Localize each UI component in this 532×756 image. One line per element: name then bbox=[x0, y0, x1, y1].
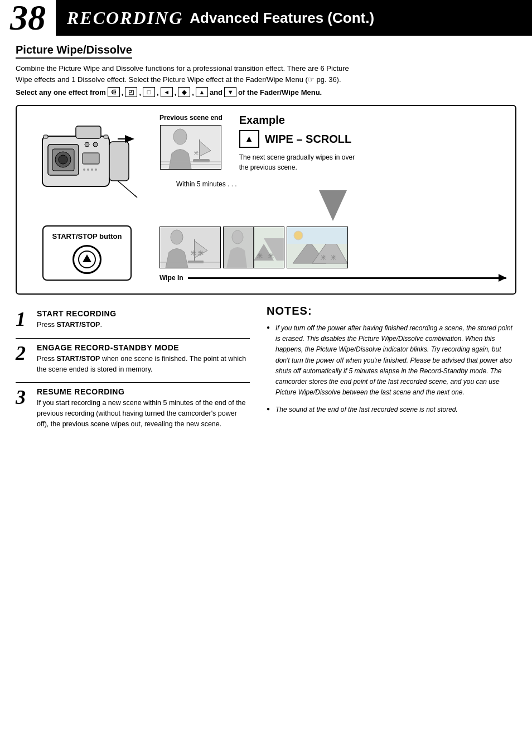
notes-right: NOTES: If you turn off the power after h… bbox=[267, 305, 516, 437]
start-stop-button-box: START/STOP button bbox=[42, 225, 132, 281]
wipe-icon-4: ◄ bbox=[161, 87, 173, 97]
wipe-sequence: 米 米 bbox=[159, 227, 506, 282]
svg-point-50 bbox=[294, 231, 303, 240]
header-subtitle-text: Advanced Features (Cont.) bbox=[190, 9, 374, 27]
comma-1: , bbox=[122, 88, 124, 97]
svg-rect-18 bbox=[43, 135, 48, 138]
svg-rect-19 bbox=[104, 135, 108, 138]
icon-1: ⋳ bbox=[108, 87, 120, 97]
step-1-number: 1 bbox=[16, 309, 32, 330]
notes-list: If you turn off the power after having f… bbox=[267, 323, 516, 416]
intro-line2: Wipe effects and 1 Dissolve effect. Sele… bbox=[16, 75, 341, 84]
svg-text:米: 米 bbox=[191, 250, 196, 256]
effect-name: WIPE – SCROLL bbox=[265, 133, 352, 146]
wipe-icon-6: ▲ bbox=[196, 87, 208, 97]
svg-rect-5 bbox=[76, 126, 101, 138]
wipe-icon-5: ◆ bbox=[178, 87, 190, 97]
svg-rect-20 bbox=[161, 126, 221, 169]
step-2-body: Press START/STOP when one scene is finis… bbox=[37, 354, 250, 375]
button-arrow-up-icon bbox=[83, 254, 91, 262]
step-2: 2 ENGAGE RECORD-STANDBY MODE Press START… bbox=[16, 338, 250, 375]
svg-point-12 bbox=[91, 168, 93, 171]
step-2-content: ENGAGE RECORD-STANDBY MODE Press START/S… bbox=[37, 343, 250, 375]
svg-point-39 bbox=[232, 230, 243, 244]
step-2-number: 2 bbox=[16, 343, 32, 375]
svg-point-10 bbox=[83, 168, 85, 171]
page-body: Picture Wipe/Dissolve Combine the Pictur… bbox=[0, 36, 532, 449]
step-1: 1 START RECORDING Press START/STOP. bbox=[16, 305, 250, 330]
start-stop-button-circle bbox=[72, 245, 101, 274]
svg-text:米: 米 bbox=[257, 253, 263, 259]
and-text: and bbox=[210, 88, 223, 97]
steps-notes-section: 1 START RECORDING Press START/STOP. 2 EN… bbox=[16, 305, 516, 437]
effect-row: ▲ WIPE – SCROLL bbox=[239, 130, 506, 148]
comma-2: , bbox=[139, 88, 141, 97]
example-label: Example bbox=[239, 114, 506, 127]
svg-point-8 bbox=[93, 142, 98, 147]
svg-text:米: 米 bbox=[194, 151, 199, 156]
diagram-right-panel: Previous scene end bbox=[159, 114, 506, 286]
wipe-icon-1: ⋳ bbox=[108, 87, 120, 97]
header-title-area: RECORDING Advanced Features (Cont.) bbox=[56, 0, 532, 36]
and-text-note: and bbox=[413, 388, 424, 396]
within-minutes-area: Within 5 minutes . . . bbox=[159, 180, 506, 221]
intro-line1: Combine the Picture Wipe and Dissolve fu… bbox=[16, 64, 349, 73]
wipe-icon-7: ▼ bbox=[224, 87, 236, 97]
step-1-content: START RECORDING Press START/STOP. bbox=[37, 309, 117, 330]
comma-5: , bbox=[192, 88, 194, 97]
step-3-number: 3 bbox=[16, 387, 32, 429]
step-3: 3 RESUME RECORDING If you start recordin… bbox=[16, 382, 250, 429]
wipe-image-3: 米 米 bbox=[287, 227, 348, 268]
step-1-body: Press START/STOP. bbox=[37, 320, 117, 330]
start-stop-label: START/STOP button bbox=[52, 232, 122, 240]
button-circle-inner bbox=[78, 251, 96, 268]
camera-area: START/STOP button bbox=[26, 114, 148, 286]
prev-scene-image: 米 bbox=[160, 125, 221, 170]
step-3-body: If you start recording a new scene withi… bbox=[37, 398, 250, 429]
example-area: Example ▲ WIPE – SCROLL The next scene g… bbox=[239, 114, 506, 172]
wipe-direction-arrow bbox=[188, 277, 506, 279]
wipe-image-1: 米 米 bbox=[159, 227, 221, 268]
main-diagram: START/STOP button Previous scene end bbox=[16, 105, 516, 295]
intro-paragraph: Combine the Picture Wipe and Dissolve fu… bbox=[16, 63, 516, 85]
notes-title: NOTES: bbox=[267, 305, 516, 317]
wipe-image-2: 米 米 bbox=[223, 227, 284, 268]
wipe-icon-2: ◰ bbox=[125, 87, 137, 97]
note-item-2: The sound at the end of the last recorde… bbox=[267, 405, 516, 415]
comma-4: , bbox=[175, 88, 177, 97]
note-item-1: If you turn off the power after having f… bbox=[267, 323, 516, 398]
down-arrow-svg bbox=[316, 190, 350, 221]
effect-description: The next scene gradually wipes in over t… bbox=[239, 152, 362, 172]
within-minutes-text: Within 5 minutes . . . bbox=[176, 180, 237, 188]
wipe-icon-3: □ bbox=[143, 87, 155, 97]
page-header: 38 RECORDING Advanced Features (Cont.) bbox=[0, 0, 532, 36]
page-number: 38 bbox=[0, 0, 56, 36]
step-3-content: RESUME RECORDING If you start recording … bbox=[37, 387, 250, 429]
svg-point-30 bbox=[171, 230, 183, 244]
svg-text:米: 米 bbox=[321, 254, 326, 261]
steps-left: 1 START RECORDING Press START/STOP. 2 EN… bbox=[16, 305, 250, 437]
svg-line-16 bbox=[118, 181, 137, 198]
bold-instruction-start: Select any one effect from bbox=[16, 88, 106, 97]
prev-scene-area: Previous scene end bbox=[159, 114, 223, 172]
comma-3: , bbox=[157, 88, 159, 97]
svg-point-11 bbox=[87, 168, 89, 171]
svg-marker-28 bbox=[319, 190, 347, 221]
step-2-bold: START/STOP bbox=[56, 355, 100, 363]
svg-text:米: 米 bbox=[268, 253, 274, 259]
svg-rect-6 bbox=[109, 142, 129, 181]
svg-point-13 bbox=[95, 168, 97, 171]
step-2-title: ENGAGE RECORD-STANDBY MODE bbox=[37, 343, 250, 352]
svg-marker-14 bbox=[125, 135, 134, 143]
svg-point-7 bbox=[85, 142, 89, 147]
prev-scene-label: Previous scene end bbox=[159, 114, 223, 122]
svg-point-21 bbox=[173, 129, 187, 145]
section-title: Picture Wipe/Dissolve bbox=[16, 44, 132, 59]
prev-scene-svg: 米 bbox=[161, 126, 221, 169]
step-3-title: RESUME RECORDING bbox=[37, 387, 250, 396]
svg-marker-17 bbox=[134, 195, 137, 198]
svg-text:米: 米 bbox=[331, 254, 336, 261]
wipe-in-label: Wipe In bbox=[159, 274, 183, 282]
wipe-arrow-row: Wipe In bbox=[159, 274, 506, 282]
icon-instruction-row: Select any one effect from ⋳ , ◰ , □ , ◄… bbox=[16, 87, 516, 97]
